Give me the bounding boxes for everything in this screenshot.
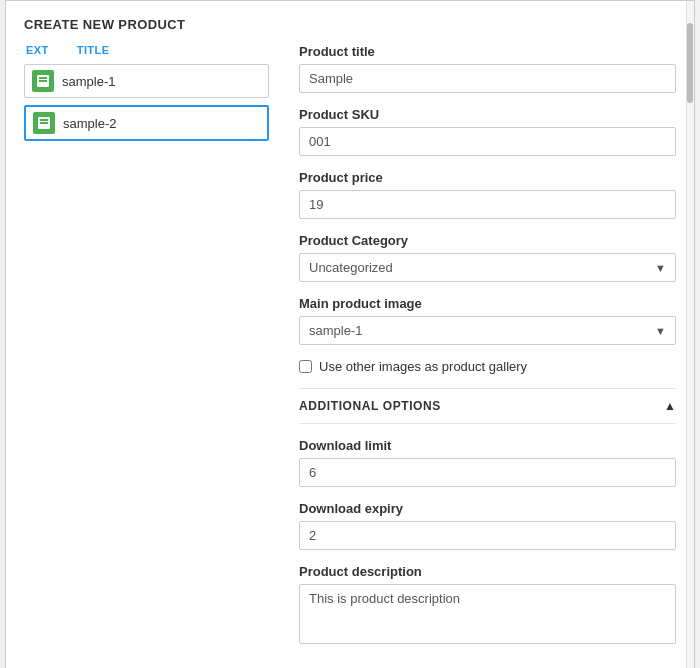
product-category-select[interactable]: Uncategorized Electronics Clothing Books <box>299 253 676 282</box>
product-category-group: Product Category Uncategorized Electroni… <box>299 233 676 282</box>
product-price-input[interactable] <box>299 190 676 219</box>
main-image-select-wrap: sample-1 sample-2 ▼ <box>299 316 676 345</box>
scrollbar-thumb[interactable] <box>687 23 693 103</box>
additional-options-header[interactable]: ADDITIONAL OPTIONS ▲ <box>299 388 676 424</box>
main-image-select[interactable]: sample-1 sample-2 <box>299 316 676 345</box>
file-icon-inner <box>38 117 50 129</box>
product-category-select-wrap: Uncategorized Electronics Clothing Books… <box>299 253 676 282</box>
file-row[interactable]: sample-1 <box>24 64 269 98</box>
download-limit-input[interactable] <box>299 458 676 487</box>
dialog-body: EXT TITLE sample-1 sample-2 Product titl… <box>6 44 694 668</box>
dialog-title: CREATE NEW PRODUCT <box>6 1 694 44</box>
product-category-label: Product Category <box>299 233 676 248</box>
download-expiry-group: Download expiry <box>299 501 676 550</box>
download-expiry-input[interactable] <box>299 521 676 550</box>
column-headers: EXT TITLE <box>24 44 269 56</box>
product-title-label: Product title <box>299 44 676 59</box>
product-sku-input[interactable] <box>299 127 676 156</box>
gallery-checkbox[interactable] <box>299 360 312 373</box>
product-description-group: Product description <box>299 564 676 647</box>
file-icon-inner <box>37 75 49 87</box>
product-sku-label: Product SKU <box>299 107 676 122</box>
create-product-dialog: CREATE NEW PRODUCT EXT TITLE sample-1 sa… <box>5 0 695 668</box>
file-name: sample-2 <box>63 116 116 131</box>
file-name: sample-1 <box>62 74 115 89</box>
product-description-label: Product description <box>299 564 676 579</box>
download-limit-label: Download limit <box>299 438 676 453</box>
left-panel: EXT TITLE sample-1 sample-2 <box>24 44 289 668</box>
product-sku-group: Product SKU <box>299 107 676 156</box>
collapse-icon: ▲ <box>664 399 676 413</box>
scrollbar-track[interactable] <box>686 1 694 668</box>
file-icon <box>32 70 54 92</box>
download-expiry-label: Download expiry <box>299 501 676 516</box>
product-title-group: Product title <box>299 44 676 93</box>
product-title-input[interactable] <box>299 64 676 93</box>
product-price-label: Product price <box>299 170 676 185</box>
file-row[interactable]: sample-2 <box>24 105 269 141</box>
col-header-title: TITLE <box>77 44 110 56</box>
download-limit-group: Download limit <box>299 438 676 487</box>
col-header-ext: EXT <box>26 44 49 56</box>
main-image-group: Main product image sample-1 sample-2 ▼ <box>299 296 676 345</box>
additional-options-title: ADDITIONAL OPTIONS <box>299 399 441 413</box>
product-description-textarea[interactable] <box>299 584 676 644</box>
file-icon <box>33 112 55 134</box>
right-panel: Product title Product SKU Product price … <box>289 44 676 668</box>
gallery-checkbox-row: Use other images as product gallery <box>299 359 676 374</box>
main-image-label: Main product image <box>299 296 676 311</box>
gallery-checkbox-label: Use other images as product gallery <box>319 359 527 374</box>
product-price-group: Product price <box>299 170 676 219</box>
